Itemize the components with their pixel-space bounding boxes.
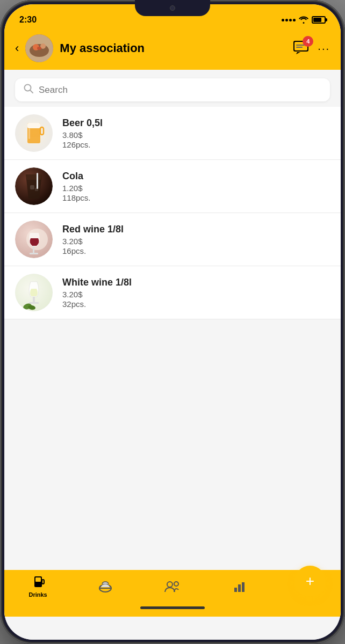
svg-rect-27	[42, 580, 44, 584]
home-bar	[140, 606, 205, 609]
item-image-cola	[15, 167, 53, 205]
signal-icon	[282, 19, 296, 21]
phone-screen: 2:30 ‹	[4, 4, 341, 640]
item-info: Cola 1.20$ 118pcs.	[62, 171, 330, 202]
top-nav: ‹ My association	[4, 30, 341, 70]
svg-point-1	[30, 44, 49, 57]
search-input[interactable]	[39, 85, 321, 96]
item-price: 3.20$	[62, 237, 330, 246]
bottom-area: + Drinks	[4, 570, 341, 640]
svg-rect-26	[35, 577, 41, 582]
item-name: White wine 1/8l	[62, 277, 330, 288]
item-qty: 32pcs.	[62, 299, 330, 309]
tab-drinks[interactable]: Drinks	[4, 575, 71, 598]
item-price: 3.20$	[62, 290, 330, 299]
add-button[interactable]: +	[294, 566, 326, 597]
svg-rect-15	[30, 185, 34, 189]
stats-icon	[233, 580, 246, 593]
more-button[interactable]: ···	[318, 42, 330, 55]
svg-rect-22	[29, 302, 39, 304]
status-time: 2:30	[19, 15, 37, 25]
svg-rect-32	[234, 588, 237, 592]
item-image-beer	[15, 114, 53, 152]
notch	[135, 0, 210, 16]
item-name: Beer 0,5l	[62, 118, 330, 129]
items-list: Beer 0,5l 3.80$ 126pcs.	[4, 107, 341, 570]
svg-point-31	[174, 582, 178, 586]
svg-rect-34	[242, 582, 245, 592]
tab-drinks-label: Drinks	[28, 591, 47, 598]
svg-point-4	[37, 47, 41, 50]
search-icon	[24, 84, 33, 96]
tab-members[interactable]	[139, 580, 206, 593]
svg-rect-19	[33, 246, 34, 253]
item-qty: 118pcs.	[62, 193, 330, 202]
svg-rect-17	[37, 173, 38, 189]
camera	[170, 5, 175, 11]
empty-space	[4, 319, 341, 362]
list-item[interactable]: Beer 0,5l 3.80$ 126pcs.	[4, 107, 341, 160]
item-price: 3.80$	[62, 130, 330, 140]
svg-rect-21	[33, 297, 35, 302]
status-icons	[282, 16, 326, 24]
battery-icon	[312, 16, 326, 24]
tab-food[interactable]	[71, 580, 139, 594]
tab-stats[interactable]	[206, 580, 274, 593]
phone-frame: 2:30 ‹	[0, 0, 345, 644]
home-indicator	[4, 602, 341, 617]
svg-rect-12	[27, 123, 40, 128]
list-item[interactable]: White wine 1/8l 3.20$ 32pcs.	[4, 266, 341, 319]
avatar-image	[25, 34, 53, 62]
chat-button[interactable]: 4	[293, 40, 309, 56]
item-price: 1.20$	[62, 184, 330, 193]
svg-rect-8	[296, 47, 303, 48]
list-item[interactable]: Red wine 1/8l 3.20$ 16pcs.	[4, 213, 341, 266]
wifi-icon	[299, 16, 308, 24]
back-button[interactable]: ‹	[15, 41, 19, 55]
item-qty: 16pcs.	[62, 246, 330, 255]
item-image-white-wine	[15, 274, 53, 311]
svg-rect-14	[28, 128, 30, 139]
notification-badge: 4	[303, 36, 313, 47]
svg-rect-20	[30, 253, 38, 254]
item-image-red-wine	[15, 221, 53, 258]
members-icon	[164, 580, 181, 593]
item-name: Cola	[62, 171, 330, 182]
item-info: White wine 1/8l 3.20$ 32pcs.	[62, 277, 330, 309]
svg-rect-13	[40, 127, 44, 135]
item-name: Red wine 1/8l	[62, 224, 330, 235]
svg-rect-33	[238, 584, 241, 592]
search-container	[4, 70, 341, 107]
list-item[interactable]: Cola 1.20$ 118pcs.	[4, 160, 341, 213]
nav-title: My association	[60, 41, 286, 55]
svg-point-30	[167, 582, 172, 587]
tab-bar: Drinks	[4, 570, 341, 602]
nav-actions: 4 ···	[293, 40, 330, 56]
item-info: Beer 0,5l 3.80$ 126pcs.	[62, 118, 330, 149]
svg-line-10	[30, 90, 33, 93]
search-box	[15, 78, 330, 101]
food-icon	[98, 580, 112, 594]
item-qty: 126pcs.	[62, 140, 330, 149]
drinks-icon	[32, 575, 45, 589]
nav-avatar	[25, 34, 53, 62]
item-info: Red wine 1/8l 3.20$ 16pcs.	[62, 224, 330, 255]
